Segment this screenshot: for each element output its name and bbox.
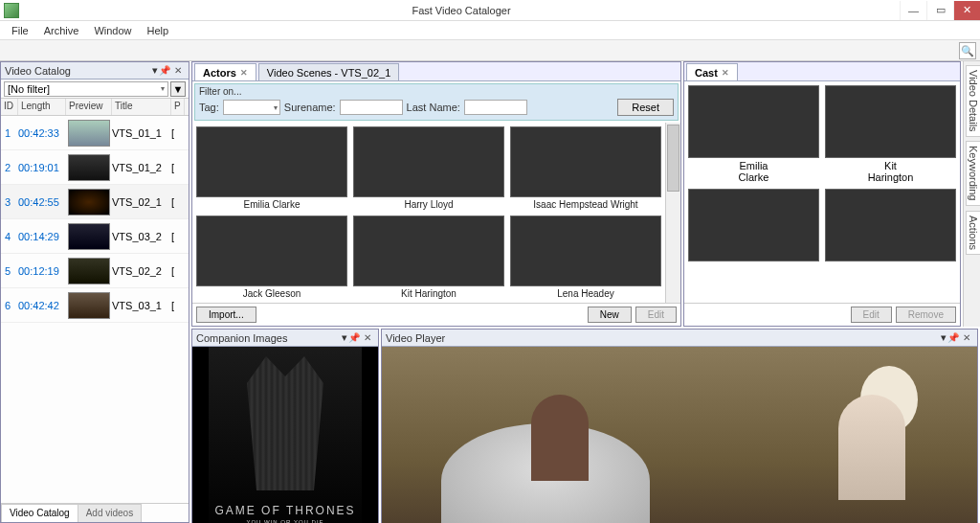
import-button[interactable]: Import... <box>196 307 256 323</box>
table-row[interactable]: 600:42:42VTS_03_1[ <box>1 288 189 323</box>
actor-cell[interactable]: Lena Headey <box>510 216 661 299</box>
cast-cell[interactable]: EmiliaClarke <box>688 85 819 183</box>
table-row[interactable]: 400:14:29VTS_03_2[ <box>1 219 189 254</box>
app-icon <box>4 3 19 18</box>
catalog-column-headers: ID Length Preview Title P <box>1 99 189 116</box>
tab-keywording[interactable]: Keywording <box>966 141 980 205</box>
tab-video-catalog[interactable]: Video Catalog <box>1 504 78 522</box>
maximize-button[interactable]: ▭ <box>926 1 953 20</box>
menu-help[interactable]: Help <box>140 23 177 38</box>
reset-button[interactable]: Reset <box>617 99 674 116</box>
new-button[interactable]: New <box>588 307 632 323</box>
close-icon[interactable]: ✕ <box>171 65 185 76</box>
cast-cell[interactable] <box>688 189 819 262</box>
right-side-tabs: Video Details Keywording Actions <box>963 61 980 327</box>
actor-cell[interactable]: Emilia Clarke <box>196 126 347 210</box>
cast-edit-button[interactable]: Edit <box>851 307 892 323</box>
pin-icon[interactable]: 📌 <box>158 65 171 76</box>
table-row[interactable]: 100:42:33VTS_01_1[ <box>1 116 189 150</box>
tab-add-videos[interactable]: Add videos <box>78 504 142 522</box>
pin-icon[interactable]: 📌 <box>347 332 361 343</box>
cast-pane: Cast✕ EmiliaClarke KitHarington Edit Rem… <box>683 61 961 327</box>
minimize-button[interactable]: — <box>900 1 926 20</box>
filter-combo[interactable]: [No filter]▾ <box>4 81 168 97</box>
actors-pane: Actors✕ Video Scenes - VTS_02_1 Filter o… <box>191 61 681 327</box>
tab-video-details[interactable]: Video Details <box>966 65 980 137</box>
tab-actors[interactable]: Actors✕ <box>194 63 256 80</box>
lastname-input[interactable] <box>464 100 527 115</box>
actor-cell[interactable]: Isaac Hempstead Wright <box>510 126 661 210</box>
menu-window[interactable]: Window <box>86 23 139 38</box>
menu-archive[interactable]: Archive <box>36 23 87 38</box>
companion-image[interactable]: GAME OF THRONES YOU WIN OR YOU DIE AN EP… <box>209 347 362 523</box>
close-button[interactable]: ✕ <box>953 1 980 20</box>
video-catalog-title: Video Catalog ▾ 📌 ✕ <box>1 62 189 80</box>
scrollbar[interactable] <box>665 123 680 303</box>
menu-file[interactable]: File <box>4 23 36 38</box>
cast-cell[interactable] <box>825 189 956 262</box>
companion-images-pane: Companion Images▾📌✕ GAME OF THRONES YOU … <box>191 329 379 523</box>
filter-icon[interactable]: ▼ <box>170 81 186 97</box>
edit-button[interactable]: Edit <box>635 307 677 323</box>
close-icon[interactable]: ✕ <box>240 68 248 78</box>
video-player-pane: Video Player▾📌✕ <box>381 329 978 523</box>
tab-video-scenes[interactable]: Video Scenes - VTS_02_1 <box>258 63 399 80</box>
actor-cell[interactable]: Harry Lloyd <box>353 126 504 210</box>
actor-grid: Emilia Clarke Harry Lloyd Isaac Hempstea… <box>192 123 665 303</box>
tab-cast[interactable]: Cast✕ <box>686 63 738 80</box>
video-catalog-pane: Video Catalog ▾ 📌 ✕ [No filter]▾ ▼ ID Le… <box>0 61 189 523</box>
surname-input[interactable] <box>340 100 403 115</box>
title-bar: Fast Video Cataloger — ▭ ✕ <box>0 0 980 21</box>
actor-cell[interactable]: Jack Gleeson <box>196 216 347 299</box>
close-icon[interactable]: ✕ <box>960 332 973 343</box>
table-row[interactable]: 500:12:19VTS_02_2[ <box>1 254 189 288</box>
tag-combo[interactable]: ▾ <box>223 100 280 115</box>
video-canvas[interactable] <box>382 347 977 523</box>
close-icon[interactable]: ✕ <box>361 332 374 343</box>
actor-cell[interactable]: Kit Harington <box>353 216 504 299</box>
table-row[interactable]: 300:42:55VTS_02_1[ <box>1 185 189 219</box>
pin-icon[interactable]: 📌 <box>947 332 960 343</box>
cast-remove-button[interactable]: Remove <box>896 307 956 323</box>
filter-panel: Filter on... Tag: ▾ Surename: Last Name:… <box>194 83 679 121</box>
menu-bar: File Archive Window Help <box>0 21 980 40</box>
cast-cell[interactable]: KitHarington <box>825 85 956 183</box>
search-icon[interactable]: 🔍 <box>959 42 976 59</box>
tab-actions[interactable]: Actions <box>966 211 980 255</box>
table-row[interactable]: 200:19:01VTS_01_2[ <box>1 150 189 185</box>
close-icon[interactable]: ✕ <box>722 68 729 78</box>
app-title: Fast Video Cataloger <box>23 5 900 16</box>
toolbar: 🔍 <box>0 40 980 61</box>
